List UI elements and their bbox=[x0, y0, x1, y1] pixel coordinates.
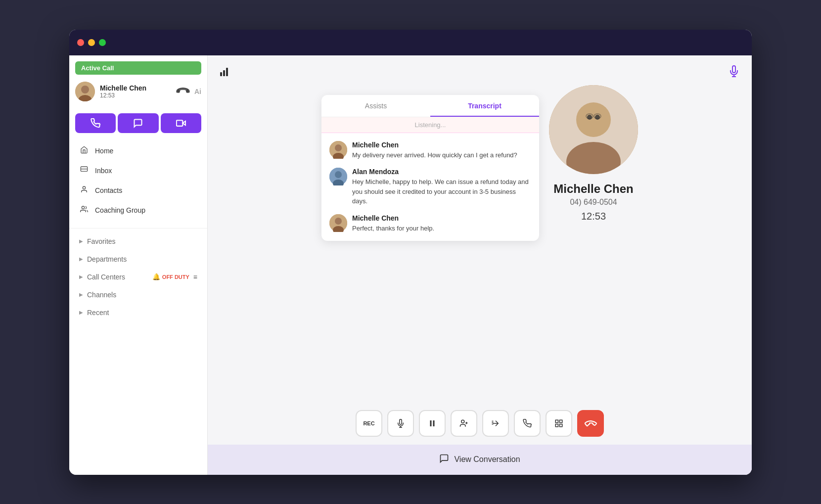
call-centers-arrow: ▶ bbox=[79, 274, 83, 279]
call-action-buttons bbox=[69, 109, 207, 137]
svg-rect-11 bbox=[226, 68, 228, 76]
message-2: Alan Mendoza Hey Michelle, happy to help… bbox=[329, 168, 531, 206]
listening-text: Listening... bbox=[415, 121, 446, 129]
call-centers-label: Call Centers bbox=[87, 273, 148, 281]
video-action-button[interactable] bbox=[161, 113, 201, 133]
contacts-icon bbox=[79, 185, 89, 195]
message-1-content: Michelle Chen My delivery never arrived.… bbox=[352, 141, 517, 160]
message-2-text: Hey Michelle, happy to help. We can issu… bbox=[352, 177, 531, 206]
nav-divider bbox=[69, 228, 207, 229]
sidebar-item-home[interactable]: Home bbox=[69, 141, 207, 161]
home-label: Home bbox=[95, 147, 113, 155]
svg-point-7 bbox=[83, 186, 85, 189]
call-details: Michelle Chen 12:53 bbox=[100, 84, 172, 99]
tab-transcript[interactable]: Transcript bbox=[430, 95, 539, 117]
grid-button[interactable] bbox=[546, 410, 572, 437]
home-icon bbox=[79, 146, 89, 156]
contact-info-area: Michelle Chen 04) 649-0504 12:53 bbox=[549, 85, 638, 222]
view-conversation-bar[interactable]: View Conversation bbox=[208, 445, 752, 475]
microphone-header-icon[interactable] bbox=[728, 65, 740, 80]
departments-arrow: ▶ bbox=[79, 256, 83, 262]
message-3: Michelle Chen Perfect, thanks for your h… bbox=[329, 214, 531, 233]
conversation-icon bbox=[439, 454, 449, 466]
recent-arrow: ▶ bbox=[79, 310, 83, 315]
sidebar-item-contacts[interactable]: Contacts bbox=[69, 181, 207, 200]
svg-point-1 bbox=[81, 86, 89, 93]
end-call-button[interactable] bbox=[577, 410, 604, 437]
rec-label: REC bbox=[363, 420, 374, 426]
active-call-section: Active Call Michelle Chen 12:53 bbox=[69, 55, 207, 109]
message-3-content: Michelle Chen Perfect, thanks for your h… bbox=[352, 214, 434, 233]
main-content: Assists Transcript Listening... bbox=[208, 55, 752, 475]
assists-tab-label: Assists bbox=[365, 102, 387, 110]
svg-rect-44 bbox=[555, 424, 558, 426]
message-3-text: Perfect, thanks for your help. bbox=[352, 224, 434, 233]
contact-duration: 12:53 bbox=[581, 211, 606, 222]
transcript-tab-label: Transcript bbox=[468, 102, 502, 110]
sidebar-item-coaching[interactable]: Coaching Group bbox=[69, 200, 207, 220]
svg-rect-32 bbox=[430, 420, 432, 426]
app-window: Active Call Michelle Chen 12:53 bbox=[69, 30, 752, 475]
app-body: Active Call Michelle Chen 12:53 bbox=[69, 55, 752, 475]
tab-assists[interactable]: Assists bbox=[321, 95, 430, 117]
svg-point-8 bbox=[82, 206, 84, 209]
sidebar-item-favorites[interactable]: ▶ Favorites bbox=[69, 232, 207, 250]
listening-bar: Listening... bbox=[321, 117, 539, 133]
off-duty-badge: 🔔 OFF DUTY bbox=[152, 273, 189, 280]
channels-arrow: ▶ bbox=[79, 292, 83, 297]
ai-label-icon: Ai bbox=[194, 88, 201, 95]
svg-rect-33 bbox=[433, 420, 435, 426]
call-centers-menu-icon: ≡ bbox=[193, 273, 197, 281]
svg-point-21 bbox=[335, 218, 342, 225]
phone-action-button[interactable] bbox=[75, 113, 116, 133]
add-participant-button[interactable] bbox=[451, 410, 477, 437]
titlebar bbox=[69, 30, 752, 55]
maximize-button[interactable] bbox=[99, 39, 106, 46]
message-1-text: My delivery never arrived. How quickly c… bbox=[352, 150, 517, 160]
minimize-button[interactable] bbox=[88, 39, 95, 46]
michelle-avatar-2 bbox=[329, 214, 347, 232]
sidebar-item-inbox[interactable]: Inbox bbox=[69, 161, 207, 181]
transcript-messages: Michelle Chen My delivery never arrived.… bbox=[321, 133, 539, 241]
message-1: Michelle Chen My delivery never arrived.… bbox=[329, 141, 531, 160]
svg-rect-9 bbox=[220, 72, 222, 76]
active-call-label: Active Call bbox=[75, 61, 201, 75]
traffic-lights bbox=[77, 39, 106, 46]
pause-button[interactable] bbox=[419, 410, 446, 437]
departments-label: Departments bbox=[87, 255, 197, 263]
svg-point-18 bbox=[335, 171, 342, 178]
contacts-label: Contacts bbox=[95, 186, 122, 194]
alan-avatar bbox=[329, 168, 347, 185]
coaching-label: Coaching Group bbox=[95, 206, 145, 214]
favorites-label: Favorites bbox=[87, 237, 197, 245]
contact-phone-text: 04) 649-0504 bbox=[570, 198, 617, 206]
transfer-button[interactable] bbox=[482, 410, 509, 437]
transcript-panel: Assists Transcript Listening... bbox=[321, 95, 539, 241]
sidebar-item-recent[interactable]: ▶ Recent bbox=[69, 304, 207, 321]
inbox-icon bbox=[79, 166, 89, 176]
channels-label: Channels bbox=[87, 291, 197, 299]
sidebar: Active Call Michelle Chen 12:53 bbox=[69, 55, 208, 475]
mute-button[interactable] bbox=[387, 410, 414, 437]
dialpad-button[interactable] bbox=[514, 410, 541, 437]
tabs: Assists Transcript bbox=[321, 95, 539, 117]
svg-rect-10 bbox=[223, 70, 225, 76]
sidebar-item-channels[interactable]: ▶ Channels bbox=[69, 286, 207, 304]
main-header bbox=[208, 55, 752, 85]
sidebar-item-departments[interactable]: ▶ Departments bbox=[69, 250, 207, 268]
coaching-icon bbox=[79, 205, 89, 215]
chat-action-button[interactable] bbox=[118, 113, 158, 133]
svg-rect-43 bbox=[560, 424, 562, 426]
signal-bars-icon bbox=[220, 65, 231, 80]
record-button[interactable]: REC bbox=[356, 410, 382, 437]
sidebar-item-call-centers[interactable]: ▶ Call Centers 🔔 OFF DUTY ≡ bbox=[69, 268, 207, 286]
close-button[interactable] bbox=[77, 39, 84, 46]
message-2-sender: Alan Mendoza bbox=[352, 168, 531, 176]
contact-photo bbox=[549, 85, 638, 174]
message-2-content: Alan Mendoza Hey Michelle, happy to help… bbox=[352, 168, 531, 206]
off-duty-text: OFF DUTY bbox=[162, 274, 189, 280]
content-area: Assists Transcript Listening... bbox=[208, 85, 752, 402]
end-call-icon: 📞 bbox=[175, 83, 192, 100]
svg-point-34 bbox=[461, 420, 464, 423]
svg-point-15 bbox=[335, 144, 342, 151]
